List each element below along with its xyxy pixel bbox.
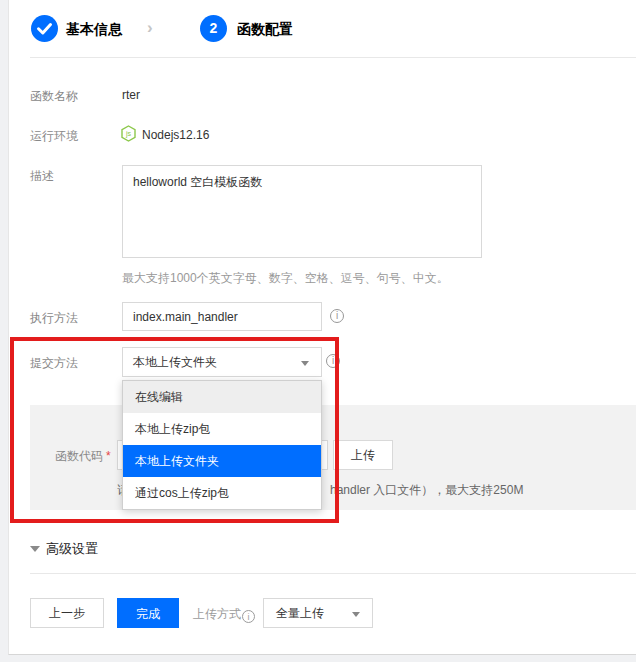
- submit-method-value: 本地上传文件夹: [133, 355, 217, 369]
- dropdown-option-local-zip[interactable]: 本地上传zip包: [123, 413, 321, 445]
- submit-method-select[interactable]: 本地上传文件夹: [122, 347, 322, 377]
- previous-step-button[interactable]: 上一步: [30, 598, 104, 628]
- submit-method-dropdown-list: 在线编辑 本地上传zip包 本地上传文件夹 通过cos上传zip包: [122, 380, 322, 510]
- dropdown-option-local-folder[interactable]: 本地上传文件夹: [123, 445, 321, 477]
- handler-label: 执行方法: [30, 310, 78, 327]
- function-name-label: 函数名称: [30, 88, 78, 105]
- step1-done-circle[interactable]: [31, 15, 58, 42]
- upload-mode-value: 全量上传: [276, 606, 324, 620]
- select-caret-icon: [301, 361, 309, 366]
- check-icon: [31, 15, 58, 42]
- upload-mode-info-icon[interactable]: i: [242, 610, 255, 623]
- submit-method-label: 提交方法: [30, 355, 78, 372]
- required-asterisk: *: [106, 449, 111, 463]
- upload-mode-label: 上传方式i: [193, 606, 255, 623]
- advanced-divider: [30, 573, 636, 574]
- step2-label: 函数配置: [237, 21, 293, 39]
- code-hint-visible-fragment: handler 入口文件），最大支持250M: [330, 482, 523, 499]
- description-hint: 最大支持1000个英文字母、数字、空格、逗号、句号、中文。: [122, 270, 449, 287]
- handler-info-icon[interactable]: i: [330, 309, 344, 323]
- description-label: 描述: [30, 168, 54, 185]
- step1-label[interactable]: 基本信息: [66, 21, 122, 39]
- function-config-page: 基本信息 › 2 函数配置 函数名称 rter 运行环境 js Nodejs12…: [0, 0, 636, 662]
- handler-input[interactable]: [122, 302, 322, 331]
- dropdown-option-online-edit[interactable]: 在线编辑: [123, 381, 321, 413]
- upload-mode-caret-icon: [352, 612, 360, 617]
- submit-method-info-icon[interactable]: i: [326, 354, 340, 368]
- advanced-settings-triangle-icon: [30, 546, 40, 552]
- step-separator-chevron-icon: ›: [147, 18, 153, 38]
- function-code-label: 函数代码*: [55, 448, 111, 465]
- content-panel: [8, 0, 636, 655]
- advanced-settings-toggle[interactable]: 高级设置: [46, 540, 98, 558]
- header-divider: [30, 57, 636, 58]
- step2-circle: 2: [200, 15, 227, 42]
- nodejs-icon: js: [120, 125, 137, 142]
- finish-button[interactable]: 完成: [117, 598, 179, 628]
- runtime-label: 运行环境: [30, 128, 78, 145]
- description-textarea[interactable]: helloworld 空白模板函数: [122, 165, 482, 258]
- upload-button[interactable]: 上传: [333, 440, 393, 470]
- svg-text:js: js: [125, 130, 132, 138]
- runtime-value: Nodejs12.16: [142, 128, 209, 142]
- dropdown-option-cos-zip[interactable]: 通过cos上传zip包: [123, 477, 321, 509]
- function-name-value: rter: [122, 88, 140, 102]
- upload-mode-select[interactable]: 全量上传: [263, 598, 373, 628]
